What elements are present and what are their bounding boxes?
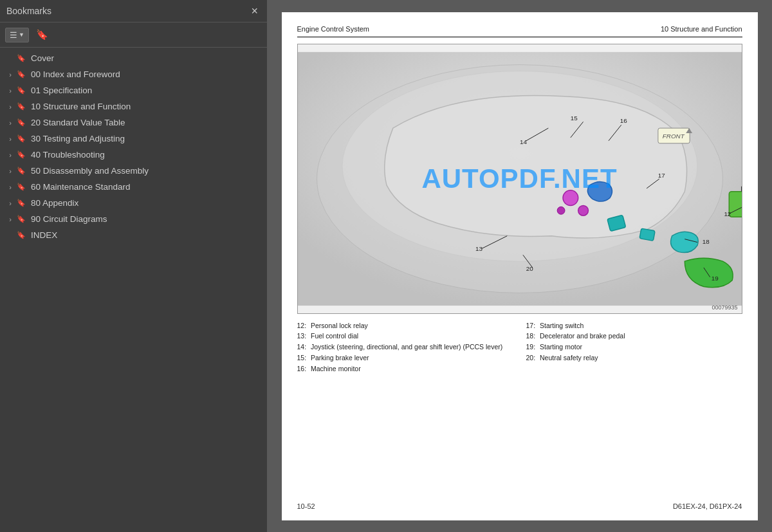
bookmark-icon: 🔖 <box>15 118 27 127</box>
bookmark-icon: 🔖 <box>15 231 27 239</box>
svg-text:16: 16 <box>620 117 627 124</box>
bookmark-label: 80 Appendix <box>31 198 262 208</box>
bookmark-icon: 🔖 <box>36 29 48 40</box>
caption-number: 12: <box>297 320 307 331</box>
caption-number: 17: <box>526 320 536 331</box>
svg-text:12: 12 <box>724 210 731 217</box>
svg-text:17: 17 <box>657 172 665 179</box>
caption-text: Parking brake lever <box>309 353 369 363</box>
page-footer: 10-52 D61EX-24, D61PX-24 <box>297 496 742 510</box>
bookmark-label: 90 Circuit Diagrams <box>31 214 262 224</box>
bookmark-item-60-maintenance[interactable]: ›🔖60 Maintenance Standard <box>0 179 267 195</box>
caption-text: Machine monitor <box>309 363 361 374</box>
bookmark-item-cover[interactable]: 🔖Cover <box>0 50 267 66</box>
caption-row: 16: Machine monitor <box>297 363 513 374</box>
bookmark-label: 20 Standard Value Table <box>31 118 262 127</box>
chevron-icon: › <box>5 151 15 159</box>
diagram-svg: 12 13 14 15 16 17 18 <box>298 44 742 313</box>
bookmark-icon: 🔖 <box>15 134 27 143</box>
bookmark-item-50-disassembly[interactable]: ›🔖50 Disassembly and Assembly <box>0 163 267 179</box>
svg-rect-11 <box>639 228 655 241</box>
bookmark-item-30-testing[interactable]: ›🔖30 Testing and Adjusting <box>0 131 267 147</box>
svg-text:13: 13 <box>475 245 482 252</box>
sidebar-toolbar: ☰ ▼ 🔖 <box>0 23 267 48</box>
close-button[interactable]: × <box>248 4 261 18</box>
bookmark-add-button[interactable]: 🔖 <box>32 26 53 43</box>
sidebar-header: Bookmarks × <box>0 0 267 23</box>
caption-row: 18: Decelerator and brake pedal <box>526 331 742 342</box>
caption-number: 20: <box>526 353 536 363</box>
bookmark-label: 50 Disassembly and Assembly <box>31 166 262 176</box>
list-view-button[interactable]: ☰ ▼ <box>5 28 29 42</box>
chevron-icon: › <box>5 216 15 223</box>
caption-row: 13: Fuel control dial <box>297 331 513 342</box>
chevron-icon: › <box>5 87 15 95</box>
svg-text:15: 15 <box>570 115 577 122</box>
chevron-icon: › <box>5 71 15 78</box>
main-content: Engine Control System 10 Structure and F… <box>267 0 772 532</box>
bookmark-label: 10 Structure and Function <box>31 102 262 111</box>
header-right: 10 Structure and Function <box>661 25 742 33</box>
svg-text:14: 14 <box>520 138 527 145</box>
svg-text:FRONT: FRONT <box>662 132 685 139</box>
chevron-icon: › <box>5 183 15 191</box>
bookmark-icon: 🔖 <box>15 70 27 78</box>
caption-text: Starting switch <box>538 320 584 331</box>
svg-point-8 <box>578 205 588 216</box>
caption-text: Decelerator and brake pedal <box>538 331 625 342</box>
bookmark-label: INDEX <box>31 230 262 240</box>
chevron-icon: › <box>5 199 15 207</box>
bookmark-item-00-index[interactable]: ›🔖00 Index and Foreword <box>0 66 267 82</box>
sidebar: Bookmarks × ☰ ▼ 🔖 🔖Cover›🔖00 Index and F… <box>0 0 267 532</box>
svg-point-9 <box>557 206 565 214</box>
sidebar-title: Bookmarks <box>6 6 51 16</box>
caption-number: 13: <box>297 331 307 342</box>
list-icon: ☰ <box>10 30 17 40</box>
caption-text: Fuel control dial <box>309 331 358 342</box>
page-header: Engine Control System 10 Structure and F… <box>297 25 742 37</box>
page-container: Engine Control System 10 Structure and F… <box>282 12 758 520</box>
chevron-down-icon: ▼ <box>19 32 24 38</box>
chevron-icon: › <box>5 103 15 111</box>
svg-text:19: 19 <box>711 274 718 281</box>
bookmark-item-01-spec[interactable]: ›🔖01 Specification <box>0 82 267 98</box>
bookmark-label: 40 Troubleshooting <box>31 150 262 160</box>
bookmark-icon: 🔖 <box>15 183 27 191</box>
caption-row: 15: Parking brake lever <box>297 353 513 363</box>
svg-point-7 <box>563 190 578 205</box>
caption-row: 20: Neutral safety relay <box>526 353 742 363</box>
bookmark-item-index[interactable]: 🔖INDEX <box>0 227 267 243</box>
chevron-icon: › <box>5 167 15 175</box>
diagram-container: 12 13 14 15 16 17 18 <box>297 44 742 314</box>
caption-number: 14: <box>297 342 307 353</box>
caption-area: 12: Personal lock relay13: Fuel control … <box>297 320 742 374</box>
bookmark-icon: 🔖 <box>15 151 27 159</box>
bookmark-item-20-standard[interactable]: ›🔖20 Standard Value Table <box>0 115 267 131</box>
caption-number: 18: <box>526 331 536 342</box>
caption-col-right: 17: Starting switch18: Decelerator and b… <box>526 320 742 374</box>
bookmark-item-10-structure[interactable]: ›🔖10 Structure and Function <box>0 98 267 115</box>
caption-row: 12: Personal lock relay <box>297 320 513 331</box>
bookmark-icon: 🔖 <box>15 199 27 207</box>
bookmark-list: 🔖Cover›🔖00 Index and Foreword›🔖01 Specif… <box>0 48 267 532</box>
caption-row: 14: Joystick (steering, directional, and… <box>297 342 513 353</box>
bookmark-icon: 🔖 <box>15 167 27 175</box>
bookmark-item-90-circuit[interactable]: ›🔖90 Circuit Diagrams <box>0 211 267 227</box>
bookmark-label: 01 Specification <box>31 86 262 95</box>
bookmark-icon: 🔖 <box>15 215 27 223</box>
svg-text:20: 20 <box>526 264 533 271</box>
chevron-icon: › <box>5 135 15 143</box>
caption-col-left: 12: Personal lock relay13: Fuel control … <box>297 320 513 374</box>
bookmark-label: 00 Index and Foreword <box>31 69 262 79</box>
caption-number: 19: <box>526 342 536 353</box>
caption-row: 19: Starting motor <box>526 342 742 353</box>
bookmark-label: 30 Testing and Adjusting <box>31 134 262 143</box>
bookmark-item-80-appendix[interactable]: ›🔖80 Appendix <box>0 195 267 211</box>
bookmark-item-40-trouble[interactable]: ›🔖40 Troubleshooting <box>0 147 267 163</box>
caption-text: Joystick (steering, directional, and gea… <box>309 342 502 353</box>
caption-number: 15: <box>297 353 307 363</box>
caption-number: 16: <box>297 363 307 374</box>
caption-text: Neutral safety relay <box>538 353 598 363</box>
footer-page-number: 10-52 <box>297 502 315 510</box>
footer-model: D61EX-24, D61PX-24 <box>673 502 742 510</box>
